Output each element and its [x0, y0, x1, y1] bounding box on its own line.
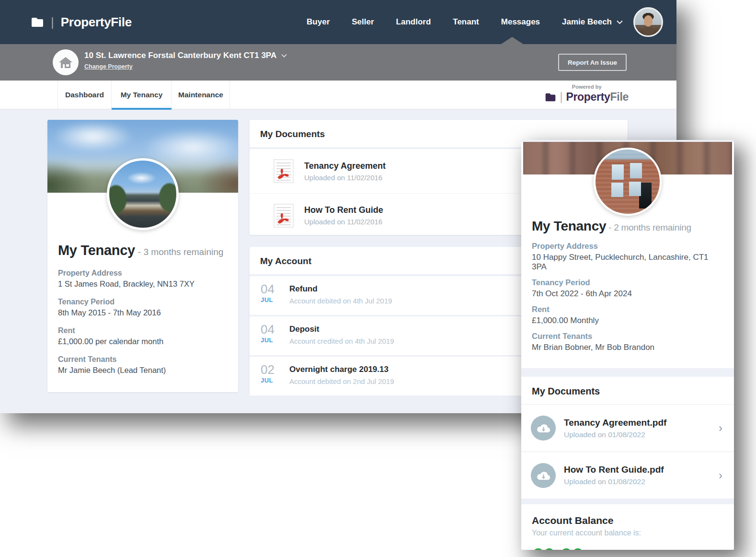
- tenancy-title: My Tenancy- 3 months remaining: [58, 243, 228, 258]
- download-cloud-icon: [531, 416, 556, 441]
- documents-card-mobile: My Documents Tenancy Agreement.pdf Uploa…: [521, 377, 734, 499]
- user-menu[interactable]: Jamie Beech: [562, 17, 623, 27]
- change-property-link[interactable]: Change Property: [84, 63, 133, 70]
- tenancy-title: My Tenancy- 2 months remaining: [532, 219, 723, 234]
- nav-items: Buyer Seller Landlord Tenant Messages: [307, 17, 540, 27]
- nav-buyer[interactable]: Buyer: [307, 17, 330, 27]
- property-photo: [107, 158, 179, 230]
- chevron-right-icon[interactable]: ›: [719, 470, 724, 481]
- property-thumb: [53, 49, 79, 75]
- chevron-right-icon[interactable]: ›: [719, 422, 724, 434]
- field-tenancy-period: Tenancy Period 7th Oct 2022 - 6th Apr 20…: [532, 278, 723, 299]
- document-row[interactable]: How To Rent Guide.pdf Uploaded on 01/08/…: [521, 452, 734, 499]
- date-badge: 04 JUL: [261, 283, 281, 303]
- tab-my-tenancy[interactable]: My Tenancy: [111, 81, 172, 109]
- folder-icon: [31, 17, 44, 27]
- report-issue-button[interactable]: Report An Issue: [558, 54, 627, 71]
- top-navbar: | PropertyFile Buyer Seller Landlord Ten…: [0, 0, 676, 44]
- account-balance-card: Account Balance Your current account bal…: [521, 504, 734, 550]
- powered-by-logo: Powered by | PropertyFile: [545, 84, 629, 104]
- balance-subtitle: Your current account balance is:: [532, 529, 723, 537]
- property-selector[interactable]: 10 St. Lawrence Forstal Canterbury Kent …: [84, 51, 287, 60]
- field-rent: Rent £1,000.00 Monthly: [532, 305, 723, 325]
- download-cloud-icon: [531, 463, 556, 488]
- document-row[interactable]: Tenancy Agreement.pdf Uploaded on 01/08/…: [521, 405, 734, 452]
- property-photo: [594, 148, 662, 216]
- powered-brand: PropertyFile: [566, 91, 629, 104]
- field-tenancy-period: Tenancy Period 8th May 2015 - 7th May 20…: [58, 298, 228, 317]
- tab-dashboard[interactable]: Dashboard: [57, 81, 111, 109]
- nav-seller[interactable]: Seller: [352, 17, 374, 27]
- field-property-address: Property Address 10 Happy Street, Puckle…: [532, 242, 723, 272]
- field-property-address: Property Address 1 St James Road, Brackl…: [58, 269, 228, 289]
- field-current-tenants: Current Tenants Mr Jamie Beech (Lead Ten…: [58, 355, 228, 375]
- folder-icon: [545, 93, 556, 102]
- nav-landlord[interactable]: Landlord: [396, 17, 431, 27]
- tab-maintenance[interactable]: Maintenance: [172, 81, 230, 109]
- field-rent: Rent £1,000.00 per calendar month: [58, 326, 228, 346]
- nav-messages[interactable]: Messages: [501, 17, 540, 27]
- tenancy-summary-card: My Tenancy- 3 months remaining Property …: [47, 120, 238, 392]
- balance-title: Account Balance: [532, 515, 723, 526]
- tenancy-summary-card-mobile: My Tenancy- 2 months remaining Property …: [521, 142, 734, 368]
- nav-tenant[interactable]: Tenant: [453, 17, 479, 27]
- date-badge: 04 JUL: [261, 324, 281, 344]
- powered-by-label: Powered by: [545, 84, 629, 90]
- chevron-down-icon: [281, 54, 287, 58]
- brand-name: PropertyFile: [61, 15, 132, 30]
- documents-card-title: My Documents: [521, 377, 734, 405]
- balance-amount: £0.00: [532, 544, 723, 550]
- property-bar: 10 St. Lawrence Forstal Canterbury Kent …: [0, 44, 676, 81]
- chevron-down-icon: [617, 20, 623, 24]
- pdf-file-icon: [274, 204, 294, 228]
- mobile-tenancy-panel: My Tenancy- 2 months remaining Property …: [521, 140, 734, 550]
- pdf-file-icon: [274, 159, 294, 183]
- field-current-tenants: Current Tenants Mr Brian Bobner, Mr Bob …: [532, 332, 723, 352]
- brand-divider: |: [51, 15, 54, 30]
- user-avatar[interactable]: [633, 7, 663, 37]
- tab-bar: Dashboard My Tenancy Maintenance Powered…: [0, 81, 676, 109]
- property-address: 10 St. Lawrence Forstal Canterbury Kent …: [84, 51, 276, 60]
- brand-logo[interactable]: | PropertyFile: [31, 15, 132, 30]
- date-badge: 02 JUL: [261, 364, 281, 384]
- user-name: Jamie Beech: [562, 17, 612, 27]
- tenancy-remaining: - 3 months remaining: [138, 247, 223, 257]
- house-icon: [58, 56, 73, 69]
- tenancy-remaining: - 2 months remaining: [608, 222, 691, 232]
- brand-divider: |: [560, 91, 562, 104]
